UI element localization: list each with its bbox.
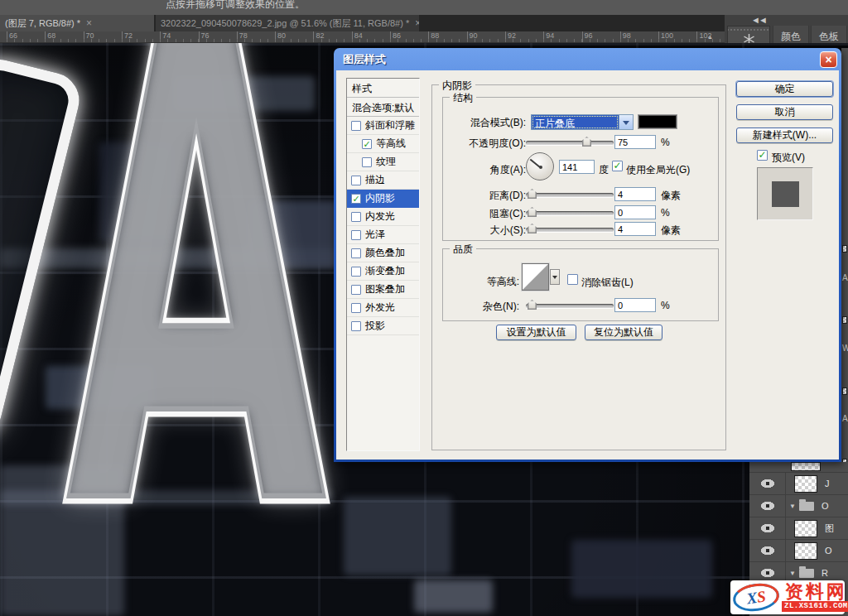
cancel-button[interactable]: 取消 [736,104,833,120]
style-checkbox[interactable] [351,267,361,277]
style-checkbox[interactable] [351,248,361,258]
set-default-button[interactable]: 设置为默认值 [496,325,576,340]
style-item[interactable]: ✓等高线 [347,135,419,153]
choke-input[interactable] [614,205,656,219]
size-slider[interactable] [526,228,614,232]
document-tab-inactive[interactable]: 3202322_090450078629_2.jpg @ 51.6% (图层 1… [156,15,419,31]
slider-thumb[interactable] [528,224,537,233]
style-item[interactable]: 投影 [347,317,419,335]
choke-slider[interactable] [526,211,614,215]
eye-icon[interactable] [761,523,774,533]
blend-mode-label: 混合模式(B): [443,116,526,130]
style-checkbox[interactable]: ✓ [351,194,361,204]
watermark-logo: XS 资料网 ZL.XS1616.COM [730,580,845,614]
style-item-label: 渐变叠加 [365,264,405,278]
shadow-color-swatch[interactable] [638,115,677,128]
layer-row[interactable]: 图 [749,517,848,539]
dialog-titlebar[interactable]: 图层样式 × [334,48,841,70]
eye-icon[interactable] [761,546,774,556]
layer-thumbnail[interactable] [794,542,817,560]
style-checkbox[interactable] [351,321,361,331]
style-item[interactable]: 描边 [347,171,419,190]
blending-options-label: 混合选项:默认 [352,102,414,113]
distance-label: 距离(D): [443,189,526,203]
watermark-letter: S [756,587,767,605]
contour-dropdown-icon[interactable] [550,269,560,285]
expand-arrow-icon[interactable]: ▼ [789,503,796,510]
style-item-label: 内发光 [365,209,395,224]
layer-row[interactable]: ▼O [749,494,848,517]
eye-icon[interactable] [761,568,774,578]
clipped-layer-thumbnail [842,245,847,253]
visibility-cell[interactable] [749,495,786,517]
collapse-panels-icon[interactable]: ◄◄ [751,15,766,25]
document-tab-active[interactable]: (图层 7, RGB/8#) * × [0,15,154,31]
preview-checkbox[interactable]: ✓ [757,150,768,161]
style-checkbox[interactable] [351,212,361,222]
folder-icon [799,502,814,511]
slider-thumb[interactable] [528,189,537,199]
preview-thumbnail [757,167,813,220]
chevron-down-icon[interactable] [619,115,633,129]
slider-thumb[interactable] [528,207,537,217]
layer-thumbnail[interactable] [794,520,817,537]
opacity-input[interactable] [614,135,656,149]
styles-header-item[interactable]: 样式 [347,79,419,98]
style-item[interactable]: 颜色叠加 [347,244,419,262]
clipped-layer-name: A [842,273,848,282]
style-item-label: 外发光 [365,301,395,315]
tab-close-icon[interactable]: × [415,17,419,29]
noise-slider[interactable] [526,304,614,308]
slider-thumb[interactable] [528,300,537,310]
style-checkbox[interactable] [351,303,361,313]
contour-picker[interactable] [522,263,549,291]
antialias-checkbox[interactable] [567,274,578,285]
eye-icon[interactable] [761,479,774,488]
expand-arrow-icon[interactable]: ▼ [789,570,796,577]
ruler-number: 80 [275,31,286,43]
noise-label: 杂色(N): [443,300,519,314]
style-item[interactable]: 渐变叠加 [347,262,419,281]
slider-thumb[interactable] [582,137,591,147]
size-input[interactable] [614,222,656,236]
style-item[interactable]: 外发光 [347,299,419,317]
distance-unit: 像素 [661,189,681,203]
eye-icon[interactable] [761,501,774,511]
style-item-label: 纹理 [376,155,396,169]
global-light-checkbox[interactable]: ✓ [612,161,623,171]
layer-name: 图 [825,522,834,535]
ok-button[interactable]: 确定 [736,81,833,97]
watermark-site-name: 资料网 [785,583,847,601]
style-item[interactable]: 斜面和浮雕 [347,117,419,135]
layer-thumbnail[interactable] [794,475,817,493]
style-checkbox[interactable] [351,230,361,240]
layer-row[interactable]: J [749,472,848,494]
style-checkbox[interactable] [351,176,361,185]
visibility-cell[interactable] [749,540,786,562]
noise-input[interactable] [614,298,656,312]
style-checkbox[interactable] [351,285,361,295]
close-icon[interactable]: × [820,51,837,68]
style-item[interactable]: 图案叠加 [347,281,419,299]
style-item[interactable]: ✓内阴影 [347,190,419,208]
style-item[interactable]: 内发光 [347,208,419,226]
style-item[interactable]: 纹理 [347,153,419,171]
reset-default-button[interactable]: 复位为默认值 [585,325,662,340]
style-item[interactable]: 光泽 [347,226,419,244]
layer-name: R [822,568,828,578]
layer-row[interactable]: O [749,539,848,561]
style-checkbox[interactable]: ✓ [362,139,372,149]
new-style-button[interactable]: 新建样式(W)... [736,128,833,143]
angle-input[interactable] [559,160,595,174]
style-checkbox[interactable] [362,157,372,167]
distance-slider[interactable] [526,193,614,197]
tab-close-icon[interactable]: × [86,17,92,29]
blending-options-item[interactable]: 混合选项:默认 [347,98,419,117]
angle-dial[interactable] [526,152,554,180]
distance-input[interactable] [614,187,656,201]
blend-mode-select[interactable]: 正片叠底 [531,114,634,130]
opacity-slider[interactable] [526,141,614,145]
visibility-cell[interactable] [749,517,786,540]
visibility-cell[interactable] [749,473,786,495]
style-checkbox[interactable] [351,121,361,131]
